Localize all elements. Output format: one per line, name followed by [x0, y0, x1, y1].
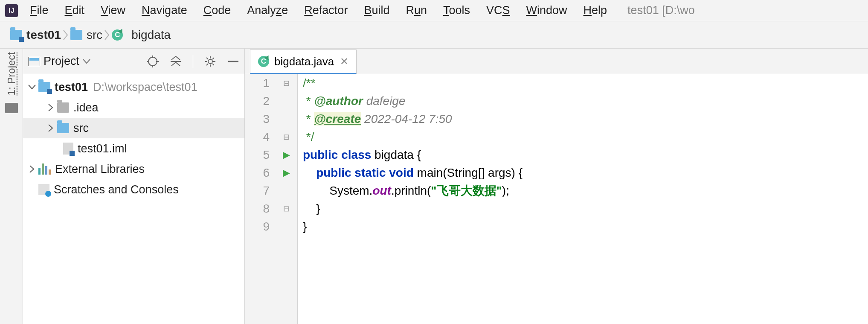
menu-run[interactable]: Run: [406, 4, 427, 17]
menu-build[interactable]: Build: [364, 4, 389, 17]
tree-scratches[interactable]: Scratches and Consoles: [23, 179, 244, 200]
tree-idea[interactable]: .idea: [23, 97, 244, 118]
menu-navigate[interactable]: Navigate: [142, 4, 187, 17]
project-panel-header: Project: [23, 49, 244, 74]
menu-code[interactable]: Code: [203, 4, 231, 17]
breadcrumb-class-label: bigdata: [131, 28, 171, 42]
tree-root-label: test01: [55, 81, 88, 94]
code-text: dafeige: [363, 94, 406, 108]
code-text: }: [303, 220, 307, 233]
class-icon: C: [258, 56, 269, 67]
svg-rect-1: [29, 58, 39, 61]
code-text: */: [303, 130, 314, 143]
code-text: bigdata {: [374, 148, 421, 161]
project-tool-button[interactable]: 1: Project: [6, 52, 17, 95]
menu-window[interactable]: Window: [526, 4, 567, 17]
menu-tools[interactable]: Tools: [443, 4, 470, 17]
file-icon: [63, 143, 73, 155]
code-text: .println(: [391, 184, 431, 197]
library-icon: [38, 163, 51, 175]
svg-point-2: [148, 57, 157, 66]
svg-point-7: [208, 59, 212, 64]
editor: C bigdata.java ✕ 123456789 ⊟ ⊟ ▶ ▶ ⊟ /**…: [245, 49, 868, 324]
menu-refactor[interactable]: Refactor: [304, 4, 348, 17]
fold-icon[interactable]: ⊟: [276, 74, 297, 92]
close-icon[interactable]: ✕: [340, 55, 348, 67]
menu-view[interactable]: View: [101, 4, 125, 17]
tree-iml-label: test01.iml: [78, 142, 127, 155]
tree-idea-label: .idea: [73, 101, 99, 114]
breadcrumb-src[interactable]: src: [70, 28, 102, 42]
breadcrumb: test01 src C bigdata: [0, 21, 868, 49]
editor-tab[interactable]: C bigdata.java ✕: [250, 50, 357, 74]
project-tree: test01 D:\workspace\test01 .idea src tes…: [23, 74, 244, 200]
fold-icon[interactable]: ⊟: [276, 200, 297, 218]
code-text: out: [372, 184, 391, 197]
module-icon: [10, 30, 22, 40]
code-text: 2022-04-12 7:50: [361, 112, 452, 126]
menu-edit[interactable]: Edit: [65, 4, 85, 17]
class-icon: C: [112, 29, 123, 41]
project-strip-icon: [5, 103, 18, 113]
fold-icon[interactable]: ⊟: [276, 128, 297, 146]
code-text: );: [502, 184, 509, 197]
editor-tab-label: bigdata.java: [274, 55, 334, 68]
main-body: 1: Project Project test01 D:\workspace\t…: [0, 49, 868, 324]
left-tool-strip: 1: Project: [0, 49, 23, 324]
scratch-icon: [38, 184, 49, 195]
code-text: main(String[] args) {: [417, 166, 523, 179]
chevron-right-icon[interactable]: [44, 124, 57, 132]
marker-gutter: ⊟ ⊟ ▶ ▶ ⊟: [276, 74, 298, 324]
tree-ext-label: External Libraries: [55, 163, 145, 176]
locate-icon[interactable]: [147, 55, 159, 67]
project-view-icon: [28, 57, 40, 66]
folder-icon: [57, 123, 69, 133]
run-icon[interactable]: ▶: [276, 146, 297, 164]
app-logo-icon: IJ: [5, 4, 18, 17]
tree-root[interactable]: test01 D:\workspace\test01: [23, 77, 244, 97]
editor-tabs: C bigdata.java ✕: [245, 49, 868, 74]
breadcrumb-root[interactable]: test01: [10, 28, 61, 42]
code-area[interactable]: 123456789 ⊟ ⊟ ▶ ▶ ⊟ /** * @author dafeig…: [245, 74, 868, 324]
folder-icon: [57, 102, 69, 113]
separator: [193, 55, 193, 68]
code-text: *: [303, 112, 314, 126]
breadcrumb-root-label: test01: [26, 28, 61, 42]
chevron-down-icon[interactable]: [26, 85, 38, 90]
project-panel-title[interactable]: Project: [44, 55, 79, 68]
tree-iml[interactable]: test01.iml: [23, 138, 244, 159]
tree-src[interactable]: src: [23, 118, 244, 138]
chevron-right-icon: [61, 26, 70, 44]
menu-bar: IJ File Edit View Navigate Code Analyze …: [0, 0, 868, 21]
menu-analyze[interactable]: Analyze: [247, 4, 288, 17]
code-text: public class: [303, 148, 374, 161]
gear-icon[interactable]: [204, 55, 216, 67]
breadcrumb-class[interactable]: C bigdata: [112, 28, 171, 42]
code-text: /**: [303, 76, 316, 90]
dropdown-icon[interactable]: [83, 59, 90, 64]
code-text: @create: [314, 112, 361, 126]
menu-vcs[interactable]: VCS: [486, 4, 510, 17]
tree-root-path: D:\workspace\test01: [93, 81, 197, 94]
line-number-gutter: 123456789: [245, 74, 276, 324]
window-title-suffix: test01 [D:\wo: [627, 4, 695, 17]
code-text: "飞哥大数据": [431, 184, 502, 197]
project-panel: Project test01 D:\workspace\test01: [23, 49, 245, 324]
breadcrumb-src-label: src: [87, 28, 102, 42]
code-text: System.: [329, 184, 372, 197]
code-text: public static void: [316, 166, 417, 179]
code-text: }: [316, 202, 320, 215]
minimize-icon[interactable]: [227, 60, 239, 63]
tree-src-label: src: [73, 122, 89, 135]
code-text: *: [303, 94, 314, 108]
chevron-right-icon: [102, 26, 112, 44]
chevron-right-icon[interactable]: [26, 165, 38, 173]
menu-file[interactable]: File: [30, 4, 49, 17]
tree-external-libs[interactable]: External Libraries: [23, 159, 244, 179]
chevron-right-icon[interactable]: [44, 104, 57, 111]
menu-help[interactable]: Help: [584, 4, 607, 17]
run-icon[interactable]: ▶: [276, 164, 297, 182]
code-lines[interactable]: /** * @author dafeige * @create 2022-04-…: [298, 74, 868, 324]
collapse-all-icon[interactable]: [170, 55, 182, 67]
code-text: @author: [314, 94, 363, 108]
